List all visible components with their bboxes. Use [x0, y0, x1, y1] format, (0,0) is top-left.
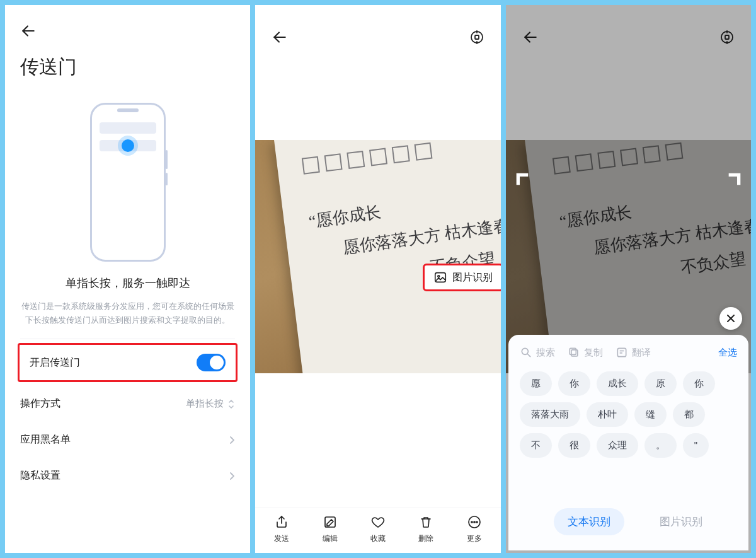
updown-icon	[227, 398, 235, 410]
back-button[interactable]	[272, 29, 288, 48]
translate-action[interactable]: 翻译	[616, 346, 651, 359]
enable-portal-row[interactable]: 开启传送门	[20, 345, 236, 380]
svg-rect-23	[570, 348, 576, 354]
word-chip[interactable]: 成长	[597, 371, 638, 396]
more-button[interactable]: 更多	[467, 514, 482, 544]
svg-point-10	[471, 521, 472, 523]
search-action[interactable]: 搜索	[520, 346, 555, 359]
enable-portal-toggle[interactable]	[197, 354, 226, 371]
edit-icon	[323, 514, 338, 530]
share-button[interactable]: 发送	[274, 514, 289, 544]
svg-point-7	[438, 276, 440, 277]
word-chip[interactable]: 落落大雨	[520, 402, 580, 427]
word-chip[interactable]: "	[683, 433, 709, 458]
svg-line-21	[527, 354, 530, 357]
crop-corner-icon[interactable]	[722, 171, 742, 192]
privacy-settings-label: 隐私设置	[20, 469, 60, 482]
copy-action[interactable]: 复制	[568, 346, 603, 359]
search-icon	[520, 346, 532, 359]
privacy-settings-row[interactable]: 隐私设置	[5, 458, 250, 494]
word-chip[interactable]: 很	[558, 433, 590, 458]
word-chip[interactable]: 原	[644, 371, 677, 396]
divider	[20, 339, 235, 339]
operation-mode-label: 操作方式	[20, 397, 60, 410]
mode-image-recognition[interactable]: 图片识别	[660, 508, 702, 535]
word-chip[interactable]: 愿	[520, 371, 552, 396]
edit-button[interactable]: 编辑	[323, 514, 338, 544]
feature-illustration	[5, 95, 250, 265]
feature-subtitle: 单指长按，服务一触即达	[5, 265, 250, 291]
svg-point-12	[476, 521, 478, 523]
word-chip[interactable]: 朴叶	[587, 402, 628, 427]
svg-rect-15	[725, 35, 729, 39]
chevron-right-icon	[229, 472, 235, 480]
text-recognition-screen: “愿你成长 愿你落落大方 枯木逢春 不负众望 搜索 复制	[506, 5, 751, 553]
app-blacklist-row[interactable]: 应用黑名单	[5, 422, 250, 458]
svg-rect-22	[571, 350, 577, 356]
feature-description: 传送门是一款系统级服务分发应用，您可在系统的任何场景下长按触发传送门从而达到图片…	[21, 299, 235, 327]
lens-button[interactable]	[469, 30, 484, 47]
word-chip[interactable]: 都	[673, 402, 705, 427]
back-button[interactable]	[5, 5, 250, 42]
share-icon	[274, 514, 289, 530]
chevron-right-icon	[229, 436, 235, 445]
back-button[interactable]	[522, 29, 539, 48]
heart-icon	[370, 514, 386, 530]
enable-portal-label: 开启传送门	[30, 356, 80, 369]
word-chip[interactable]: 不	[520, 433, 552, 458]
word-chip[interactable]: 你	[683, 371, 715, 396]
word-chip-list: 愿你成长原你落落大雨朴叶缝都不很众理。"	[520, 371, 737, 458]
crop-corner-icon[interactable]	[515, 171, 535, 192]
app-blacklist-label: 应用黑名单	[20, 433, 71, 446]
word-chip[interactable]: 缝	[634, 402, 667, 427]
operation-mode-row[interactable]: 操作方式 单指长按	[5, 386, 250, 422]
image-recognition-label: 图片识别	[452, 271, 493, 284]
trash-icon	[418, 514, 433, 530]
word-chip[interactable]: 你	[558, 371, 590, 396]
svg-rect-6	[435, 273, 445, 282]
lens-button[interactable]	[719, 30, 735, 47]
svg-rect-3	[475, 35, 479, 39]
svg-point-20	[522, 348, 528, 354]
recognition-panel: 搜索 复制 翻译 全选 愿你成长原你落落大雨朴叶缝都不很众理。" 文本识别 图片…	[508, 335, 748, 550]
word-chip[interactable]: 众理	[597, 433, 638, 458]
photo-viewer-screen: “愿你成长 愿你落落大方 枯木逢春 不负众望 图片识别 发送	[255, 5, 500, 553]
favorite-button[interactable]: 收藏	[370, 514, 386, 544]
copy-icon	[568, 346, 580, 359]
enable-row-highlight: 开启传送门	[18, 343, 238, 382]
more-icon	[467, 514, 482, 530]
image-icon	[433, 270, 447, 284]
settings-screen: 传送门 单指长按，服务一触即达 传送门是一款系统级服务分发应用，您可在系统的任何…	[5, 5, 250, 553]
photo-content[interactable]: “愿你成长 愿你落落大方 枯木逢春 不负众望 图片识别	[255, 140, 500, 373]
delete-button[interactable]: 删除	[418, 514, 433, 544]
translate-icon	[616, 346, 628, 359]
word-chip[interactable]: 。	[644, 433, 677, 458]
image-recognition-badge[interactable]: 图片识别	[423, 264, 501, 291]
photo-toolbar: 发送 编辑 收藏 删除	[255, 508, 500, 553]
close-panel-button[interactable]	[719, 307, 742, 330]
page-title: 传送门	[5, 42, 250, 95]
mode-text-recognition[interactable]: 文本识别	[554, 508, 624, 535]
operation-mode-value: 单指长按	[186, 398, 224, 410]
select-all-button[interactable]: 全选	[718, 347, 737, 359]
svg-point-11	[474, 521, 475, 523]
